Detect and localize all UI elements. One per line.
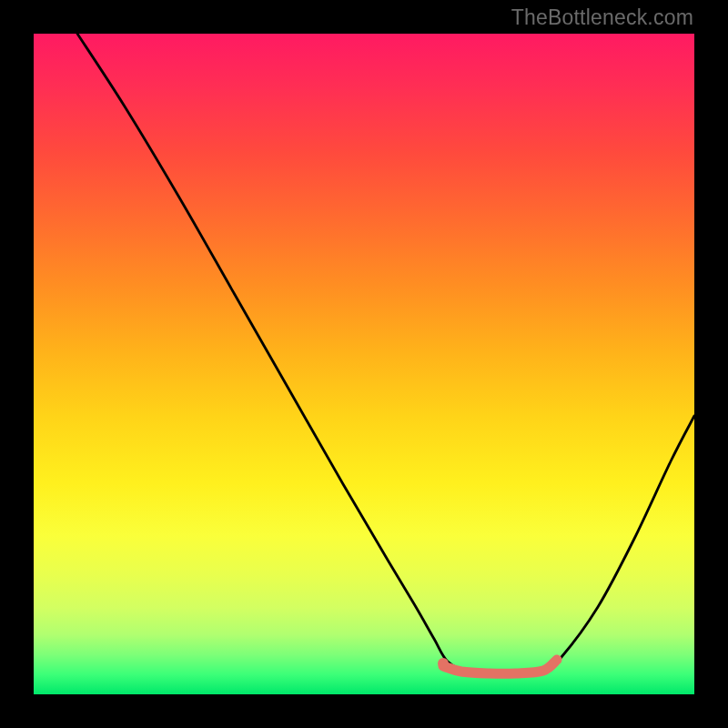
watermark-text: TheBottleneck.com (511, 5, 693, 30)
highlight-dot (438, 658, 449, 669)
bottleneck-curve (77, 34, 694, 672)
highlight-segment (443, 660, 557, 673)
plot-area (34, 34, 694, 694)
chart-svg (34, 34, 694, 694)
chart-frame: TheBottleneck.com (0, 0, 728, 728)
